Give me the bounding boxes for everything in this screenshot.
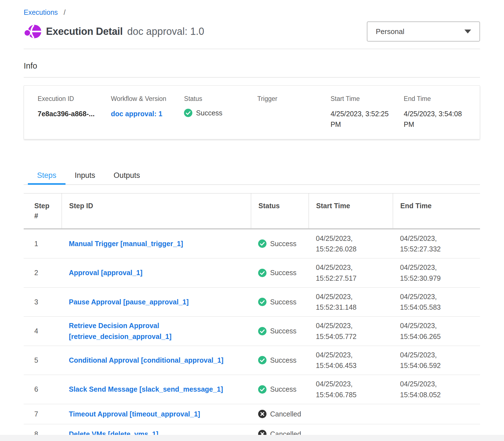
step-id-link[interactable]: Pause Approval [pause_approval_1]	[69, 297, 189, 307]
step-number-cell: 6	[24, 385, 62, 393]
status-text: Success	[270, 327, 296, 335]
status-icon-wrap	[258, 356, 266, 364]
page-subtitle: doc approval: 1.0	[127, 26, 204, 37]
step-id-cell: Timeout Approval [timeout_approval_1]	[62, 409, 251, 420]
info-field-value: 4/25/2023, 3:54:08 PM	[404, 109, 466, 130]
start-time-cell: 04/25/2023, 15:54:06.785	[309, 379, 393, 400]
start-time-value: 04/25/2023, 15:54:06.785	[316, 379, 367, 400]
table-row: 5Conditional Approval [conditional_appro…	[24, 346, 480, 375]
status-text: Success	[270, 240, 296, 248]
info-field-workflow-version: Workflow & Versiondoc approval: 1	[111, 95, 184, 130]
x-circle-icon	[258, 410, 266, 418]
info-field-end-time: End Time4/25/2023, 3:54:08 PM	[404, 95, 477, 130]
info-field-trigger: Trigger	[257, 95, 331, 130]
status-text: Cancelled	[270, 410, 301, 418]
start-time-cell	[309, 409, 393, 420]
end-time-cell: 04/25/2023, 15:54:08.052	[393, 379, 480, 400]
status-icon-wrap	[258, 269, 266, 277]
info-status-text: Success	[196, 109, 222, 117]
steps-table: Step #Step IDStatusStart TimeEnd Time 1M…	[24, 193, 480, 441]
start-time-cell: 04/25/2023, 15:52:26.028	[309, 233, 393, 255]
step-id-cell: Manual Trigger [manual_trigger_1]	[62, 238, 251, 249]
step-id-link[interactable]: Manual Trigger [manual_trigger_1]	[69, 238, 183, 249]
step-id-cell: Conditional Approval [conditional_approv…	[62, 355, 251, 366]
status-cell: Success	[251, 327, 309, 335]
step-id-cell: Slack Send Message [slack_send_message_1…	[62, 384, 251, 395]
info-field-status: StatusSuccess	[184, 95, 257, 130]
execution-detail-page: Executions / Execution Detail doc approv…	[0, 0, 504, 441]
end-time-value: 04/25/2023, 15:54:05.583	[400, 291, 452, 313]
info-field-label: Trigger	[257, 95, 325, 103]
breadcrumb-separator: /	[64, 8, 66, 16]
table-row: 6Slack Send Message [slack_send_message_…	[24, 375, 480, 404]
breadcrumb: Executions /	[24, 0, 480, 16]
info-field-value[interactable]: doc approval: 1	[111, 109, 163, 119]
end-time-value: 04/25/2023, 15:54:06.592	[400, 350, 452, 371]
end-time-cell: 04/25/2023, 15:52:27.332	[393, 233, 480, 255]
step-id-cell: Pause Approval [pause_approval_1]	[62, 297, 251, 307]
project-selector-value: Personal	[376, 27, 404, 36]
end-time-value: 04/25/2023, 15:52:30.979	[400, 262, 452, 284]
start-time-cell: 04/25/2023, 15:52:31.148	[309, 291, 393, 313]
column-header-status: Status	[251, 193, 309, 228]
status-icon-wrap	[258, 327, 266, 335]
end-time-value: 04/25/2023, 15:54:08.052	[400, 379, 452, 400]
tabs: StepsInputsOutputs	[24, 167, 480, 185]
tab-steps[interactable]: Steps	[28, 167, 66, 185]
start-time-cell: 04/25/2023, 15:54:06.453	[309, 350, 393, 371]
info-heading: Info	[24, 61, 480, 71]
status-cell: Success	[251, 385, 309, 394]
table-row: 3Pause Approval [pause_approval_1]Succes…	[24, 288, 480, 317]
column-header-step-id: Step ID	[62, 193, 251, 228]
start-time-cell: 04/25/2023, 15:52:27.517	[309, 262, 393, 284]
step-id-link[interactable]: Timeout Approval [timeout_approval_1]	[69, 409, 200, 420]
chevron-down-icon	[464, 30, 471, 33]
info-field-label: Workflow & Version	[111, 95, 179, 103]
end-time-value: 04/25/2023, 15:54:06.265	[400, 320, 452, 342]
check-circle-icon	[258, 385, 266, 394]
check-circle-icon	[184, 109, 192, 117]
tab-outputs[interactable]: Outputs	[105, 167, 149, 185]
end-time-cell	[393, 409, 480, 420]
tab-inputs[interactable]: Inputs	[66, 167, 105, 185]
start-time-value: 04/25/2023, 15:54:05.772	[316, 320, 367, 342]
column-header-step-: Step #	[24, 193, 62, 228]
status-text: Success	[270, 385, 296, 393]
step-id-link[interactable]: Slack Send Message [slack_send_message_1…	[69, 384, 223, 395]
steps-table-body: 1Manual Trigger [manual_trigger_1]Succes…	[24, 229, 480, 441]
status-text: Success	[270, 298, 296, 306]
column-header-end-time: End Time	[393, 193, 480, 228]
step-id-link[interactable]: Approval [approval_1]	[69, 267, 142, 278]
info-field-label: Status	[184, 95, 252, 103]
step-number-cell: 3	[24, 298, 62, 306]
header-divider	[24, 49, 480, 49]
check-circle-icon	[258, 298, 266, 306]
info-field-execution-id: Execution ID7e8ac396-a868-...	[38, 95, 111, 130]
start-time-value: 04/25/2023, 15:52:31.148	[316, 291, 367, 313]
step-id-link[interactable]: Conditional Approval [conditional_approv…	[69, 355, 224, 366]
check-circle-icon	[258, 269, 266, 277]
breadcrumb-executions-link[interactable]: Executions	[24, 8, 58, 16]
column-header-start-time: Start Time	[309, 193, 393, 228]
end-time-cell: 04/25/2023, 15:54:06.265	[393, 320, 480, 342]
info-field-label: Execution ID	[38, 95, 105, 103]
step-number-cell: 1	[24, 240, 62, 248]
status-cell: Success	[251, 298, 309, 306]
end-time-value: 04/25/2023, 15:52:27.332	[400, 233, 452, 255]
info-field-start-time: Start Time4/25/2023, 3:52:25 PM	[331, 95, 404, 130]
check-circle-icon	[258, 356, 266, 364]
step-number-cell: 2	[24, 269, 62, 277]
bottom-strip	[0, 435, 504, 441]
status-cell: Success	[251, 269, 309, 277]
step-id-link[interactable]: Retrieve Decision Approval [retrieve_dec…	[69, 320, 239, 342]
table-row: 4Retrieve Decision Approval [retrieve_de…	[24, 317, 480, 346]
status-text: Success	[270, 356, 296, 364]
step-number-cell: 7	[24, 410, 62, 418]
info-field-label: End Time	[404, 95, 471, 103]
end-time-cell: 04/25/2023, 15:52:30.979	[393, 262, 480, 284]
project-selector[interactable]: Personal	[367, 21, 480, 42]
info-divider	[24, 77, 480, 77]
status-cell: Success	[251, 356, 309, 364]
table-row: 7Timeout Approval [timeout_approval_1]Ca…	[24, 404, 480, 424]
info-card: Execution ID7e8ac396-a868-...Workflow & …	[24, 85, 480, 139]
